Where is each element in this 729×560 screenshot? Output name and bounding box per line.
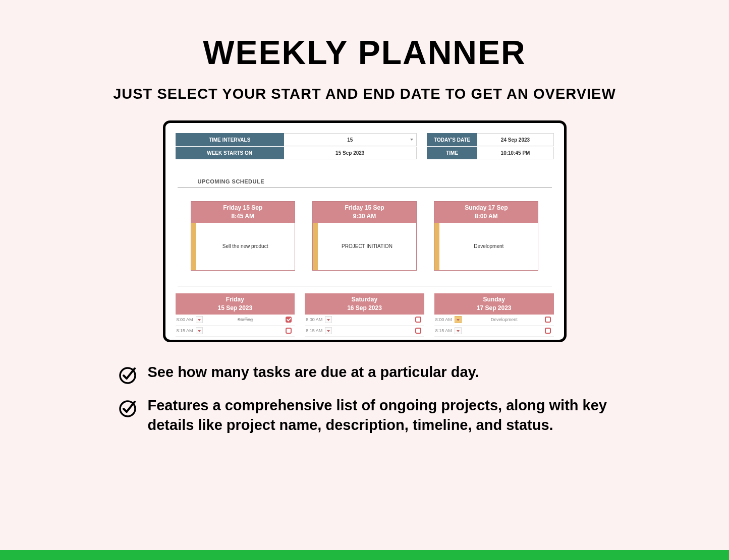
bullet-text: Features a comprehensive list of ongoing…	[148, 396, 612, 435]
day-columns: Friday15 Sep 20238:00 AMStaffing8:15 AMS…	[176, 293, 554, 337]
slot-checkbox[interactable]	[545, 317, 551, 323]
feature-bullet: See how many tasks are due at a particul…	[118, 362, 612, 385]
page-subtitle: JUST SELECT YOUR START AND END DATE TO G…	[0, 86, 729, 102]
slot-time: 8:00 AM	[176, 317, 196, 322]
slot-checkbox[interactable]	[415, 317, 421, 323]
slot-checkbox[interactable]	[286, 317, 292, 323]
card-task: PROJECT INITIATION	[318, 223, 416, 270]
slot-time: 8:15 AM	[434, 328, 455, 333]
todays-date-label: TODAY'S DATE	[427, 133, 478, 146]
time-slot: 8:15 AM	[434, 326, 554, 337]
planner-screenshot: TIME INTERVALS 15 WEEK STARTS ON 15 Sep …	[163, 120, 567, 342]
week-starts-input[interactable]: 15 Sep 2023	[284, 147, 417, 159]
card-header: Friday 15 Sep 9:30 AM	[313, 202, 416, 223]
slot-time: 8:00 AM	[434, 317, 455, 322]
time-intervals-label: TIME INTERVALS	[176, 133, 284, 146]
day-header: Friday15 Sep 2023	[176, 293, 295, 315]
time-label: TIME	[427, 147, 478, 159]
slot-dropdown[interactable]	[196, 316, 203, 323]
footer-bar	[0, 550, 729, 560]
time-slot: 8:00 AM	[305, 315, 424, 326]
slot-dropdown[interactable]	[196, 327, 203, 334]
card-accent	[434, 223, 439, 270]
kv-week-starts: WEEK STARTS ON 15 Sep 2023	[176, 146, 417, 159]
time-slot: 8:00 AMDevelopment	[434, 315, 554, 326]
time-slot: 8:15 AM	[176, 326, 295, 337]
kv-time-intervals: TIME INTERVALS 15	[176, 133, 417, 146]
day-column: Friday15 Sep 20238:00 AMStaffing8:15 AM	[176, 293, 295, 337]
day-name: Sunday	[434, 295, 554, 304]
slot-task[interactable]: Development	[464, 317, 545, 322]
card-day: Friday 15 Sep	[313, 204, 416, 212]
slot-dropdown[interactable]	[325, 316, 332, 323]
kv-time: TIME 10:10:45 PM	[427, 146, 554, 159]
day-name: Friday	[176, 295, 295, 304]
check-circle-icon	[118, 364, 138, 385]
slot-checkbox[interactable]	[286, 328, 292, 334]
card-header: Sunday 17 Sep 8:00 AM	[434, 202, 538, 223]
todays-date-value: 24 Sep 2023	[477, 133, 553, 146]
day-header: Sunday17 Sep 2023	[434, 293, 554, 315]
day-name: Saturday	[305, 295, 424, 304]
upcoming-card: Sunday 17 Sep 8:00 AM Development	[434, 201, 538, 271]
slot-dropdown[interactable]	[325, 327, 332, 334]
feature-bullets: See how many tasks are due at a particul…	[118, 362, 612, 435]
day-column: Sunday17 Sep 20238:00 AMDevelopment8:15 …	[434, 293, 554, 337]
upcoming-cards: Friday 15 Sep 8:45 AM Sell the new produ…	[191, 201, 539, 271]
card-accent	[191, 223, 196, 270]
upcoming-card: Friday 15 Sep 8:45 AM Sell the new produ…	[191, 201, 295, 271]
day-date: 17 Sep 2023	[434, 304, 554, 313]
chevron-down-icon	[410, 139, 413, 141]
day-date: 15 Sep 2023	[176, 304, 295, 313]
check-circle-icon	[118, 398, 138, 418]
upcoming-card: Friday 15 Sep 9:30 AM PROJECT INITIATION	[312, 201, 417, 271]
time-intervals-value: 15	[347, 137, 353, 143]
slot-time: 8:15 AM	[305, 328, 325, 333]
card-time: 9:30 AM	[313, 212, 416, 221]
kv-todays-date: TODAY'S DATE 24 Sep 2023	[427, 133, 554, 146]
slot-task[interactable]: Staffing	[205, 317, 286, 322]
day-date: 16 Sep 2023	[305, 304, 424, 313]
slot-checkbox[interactable]	[415, 328, 421, 334]
card-task: Development	[439, 223, 538, 270]
card-day: Friday 15 Sep	[191, 204, 295, 212]
settings-bar: TIME INTERVALS 15 WEEK STARTS ON 15 Sep …	[176, 133, 554, 159]
time-value: 10:10:45 PM	[477, 147, 553, 159]
slot-dropdown[interactable]	[455, 327, 462, 334]
slot-dropdown[interactable]	[455, 316, 462, 323]
upcoming-schedule-label: UPCOMING SCHEDULE	[198, 178, 554, 188]
card-task: Sell the new product	[196, 223, 295, 270]
day-header: Saturday16 Sep 2023	[305, 293, 424, 315]
slot-time: 8:15 AM	[176, 328, 196, 333]
card-day: Sunday 17 Sep	[434, 204, 538, 212]
card-accent	[313, 223, 318, 270]
time-intervals-dropdown[interactable]: 15	[284, 133, 417, 146]
card-time: 8:00 AM	[434, 212, 538, 221]
week-starts-label: WEEK STARTS ON	[176, 147, 284, 159]
card-header: Friday 15 Sep 8:45 AM	[191, 202, 295, 223]
divider	[178, 286, 552, 286]
time-slot: 8:15 AM	[305, 326, 424, 337]
day-column: Saturday16 Sep 20238:00 AM8:15 AM	[305, 293, 424, 337]
slot-time: 8:00 AM	[305, 317, 325, 322]
bullet-text: See how many tasks are due at a particul…	[148, 362, 479, 382]
feature-bullet: Features a comprehensive list of ongoing…	[118, 396, 612, 435]
slot-checkbox[interactable]	[545, 328, 551, 334]
page-title: WEEKLY PLANNER	[0, 0, 729, 72]
divider	[178, 188, 552, 188]
week-starts-value: 15 Sep 2023	[335, 150, 364, 156]
time-slot: 8:00 AMStaffing	[176, 315, 295, 326]
card-time: 8:45 AM	[191, 212, 295, 221]
